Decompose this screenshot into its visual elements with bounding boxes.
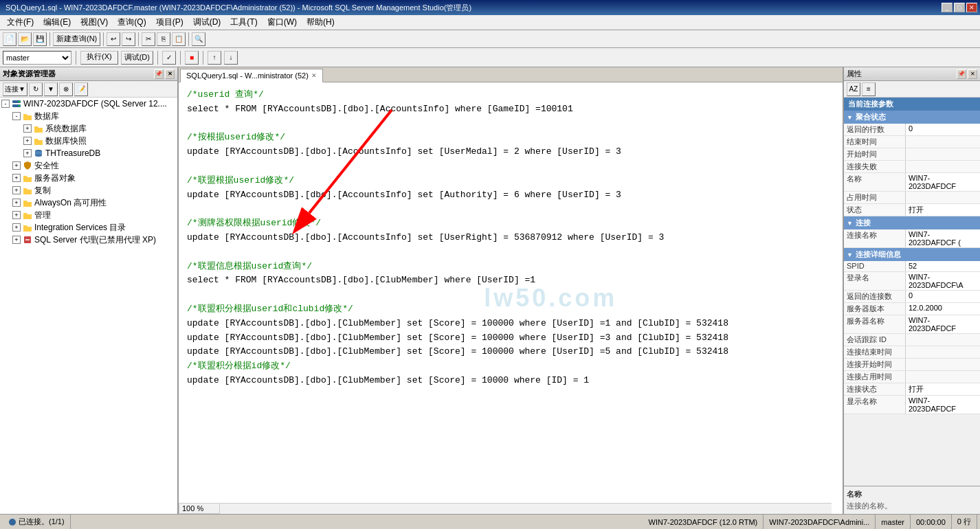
tree-node-management[interactable]: + 管理 [0,209,177,221]
expander-databases[interactable]: - [12,112,21,120]
prop-key-connname: 连接名称 [844,229,906,247]
debug-button[interactable]: 调试(D) [121,51,153,65]
line-8: update [RYAccountsDB].[dbo].[AccountsInf… [187,190,621,200]
tree-node-sql-agent[interactable]: + SQL Server 代理(已禁用代理 XP) [0,234,177,246]
menu-file[interactable]: 文件(F) [3,15,38,30]
database-selector[interactable]: master [3,51,71,65]
undo-button[interactable]: ↩ [107,32,120,46]
line-21: update [RYAccountsDB].[dbo].[ClubMember]… [187,375,589,385]
save-button[interactable]: 💾 [33,32,47,46]
prop-val-loginname: WIN7-2023DAFDCF\A [906,272,980,290]
tab-close-1[interactable]: ✕ [311,72,317,79]
prop-key-connstarttime: 连接开始时间 [844,359,906,370]
redo-button[interactable]: ↪ [122,32,135,46]
stop-button[interactable]: ■ [185,51,199,65]
paste-button[interactable]: 📋 [172,32,186,46]
menu-tools[interactable]: 工具(T) [226,15,261,30]
tree-node-system-db[interactable]: + 系统数据库 [0,122,177,135]
prop-row-connfail: 连接失败 [844,161,980,173]
tree-node-server-objects[interactable]: + 服务器对象 [0,172,177,184]
expander-management[interactable]: + [12,211,21,219]
expander-snapshots[interactable]: + [23,137,32,145]
line-10: /*测牌器权限根据userid修改*/ [187,218,321,228]
sep4 [188,32,189,46]
props-sort-category[interactable]: ≡ [862,82,876,96]
sep3 [138,32,139,46]
server-label: WIN7-2023DAFDCF (SQL Server 12.... [23,99,167,109]
prop-val-occupytime [906,192,980,203]
refresh-button[interactable]: ↻ [29,82,43,96]
tree-node-alwayson[interactable]: + AlwaysOn 高可用性 [0,196,177,209]
execute-button[interactable]: 执行(X) [80,51,118,65]
query-tab-1[interactable]: SQLQuery1.sql - W...ministrator (52) ✕ [180,69,323,82]
expander-security[interactable]: + [12,161,21,170]
expander-alwayson[interactable]: + [12,199,21,207]
menu-view[interactable]: 视图(V) [76,15,112,30]
props-sort-alpha[interactable]: AZ [847,82,860,96]
expander-systemdb[interactable]: + [23,124,32,133]
connect-button[interactable]: 连接▼ [3,82,27,96]
expander-replication[interactable]: + [12,186,21,194]
line-2: select * FROM [RYAccountsDB].[dbo].[Acco… [187,104,573,114]
menu-edit[interactable]: 编辑(E) [39,15,75,30]
stop-refresh-button[interactable]: ⊗ [59,82,73,96]
menu-project[interactable]: 项目(P) [152,15,188,30]
panel-pin-button[interactable]: 📌 [154,69,164,79]
line-1: /*userid 查询*/ [187,89,264,100]
tree-node-replication[interactable]: + 复制 [0,184,177,196]
props-close-button[interactable]: ✕ [968,69,977,79]
svg-point-3 [19,105,20,106]
prop-val-returnconn: 0 [906,291,980,302]
cut-button[interactable]: ✂ [142,32,155,46]
section-conndetails: ▼ 连接详细信息 [844,248,980,261]
open-button[interactable]: 📂 [18,32,32,46]
menu-debug[interactable]: 调试(D) [189,15,225,30]
expander-agent[interactable]: + [12,236,21,244]
prop-row-status: 状态 打开 [844,204,980,216]
tree-node-snapshots[interactable]: + 数据库快照 [0,135,177,147]
expander-server[interactable]: - [1,100,10,108]
tree-node-security[interactable]: + 安全性 [0,159,177,172]
parse-button[interactable]: ✓ [162,51,176,65]
tree-node-server[interactable]: - WIN7-2023DAFDCF (SQL Server 12.... [0,98,177,110]
tab-label-1: SQLQuery1.sql - W...ministrator (52) [186,71,309,80]
prop-key-connendtime: 连接结束时间 [844,346,906,358]
new-query-button[interactable]: 新建查询(N) [53,32,100,46]
prop-row-svrname: 服务器名称 WIN7-2023DAFDCF [844,315,980,334]
expander-serverobj[interactable]: + [12,174,21,182]
menu-query[interactable]: 查询(Q) [113,15,150,30]
status-db: master [876,515,911,529]
props-name-desc: 连接的名称。 [847,501,977,511]
tree-node-integration-services[interactable]: + Integration Services 目录 [0,221,177,234]
security-icon [22,160,33,171]
sort-desc-button[interactable]: ↓ [224,51,238,65]
copy-button[interactable]: ⎘ [157,32,170,46]
menu-help[interactable]: 帮助(H) [302,15,339,30]
props-pin-button[interactable]: 📌 [957,69,966,79]
prop-row-connstarttime: 连接开始时间 [844,359,980,371]
databases-label: 数据库 [34,111,59,122]
prop-val-connfail [906,161,980,172]
horizontal-scrollbar[interactable] [179,503,832,514]
panel-close-btn[interactable]: ✕ [165,69,175,79]
tree-node-databases[interactable]: - 数据库 [0,110,177,122]
line-20: /*联盟积分根据id修改*/ [187,361,291,371]
scripting-button[interactable]: 📝 [74,82,88,96]
find-button[interactable]: 🔍 [192,32,205,46]
title-bar: SQLQuery1.sql - WIN7-2023DAFDCF.master (… [0,0,980,15]
filter-button[interactable]: ▼ [44,82,58,96]
sort-asc-button[interactable]: ↑ [208,51,221,65]
snapshots-label: 数据库快照 [45,135,87,147]
editor-content[interactable]: /*userid 查询*/ select * FROM [RYAccountsD… [179,82,843,514]
maximize-button[interactable]: □ [954,3,965,12]
tree-node-thtreasure[interactable]: + THTreasureDB [0,147,177,159]
menu-window[interactable]: 窗口(W) [263,15,301,30]
line-16: /*联盟积分根据userid和clubid修改*/ [187,304,353,314]
expander-integration[interactable]: + [12,223,21,232]
expander-thtreasure[interactable]: + [23,149,32,157]
new-file-button[interactable]: 📄 [3,32,16,46]
prop-val-status: 打开 [906,204,980,216]
close-button[interactable]: ✕ [966,3,977,12]
minimize-button[interactable]: _ [942,3,953,12]
prop-val-connoccupytime [906,371,980,383]
